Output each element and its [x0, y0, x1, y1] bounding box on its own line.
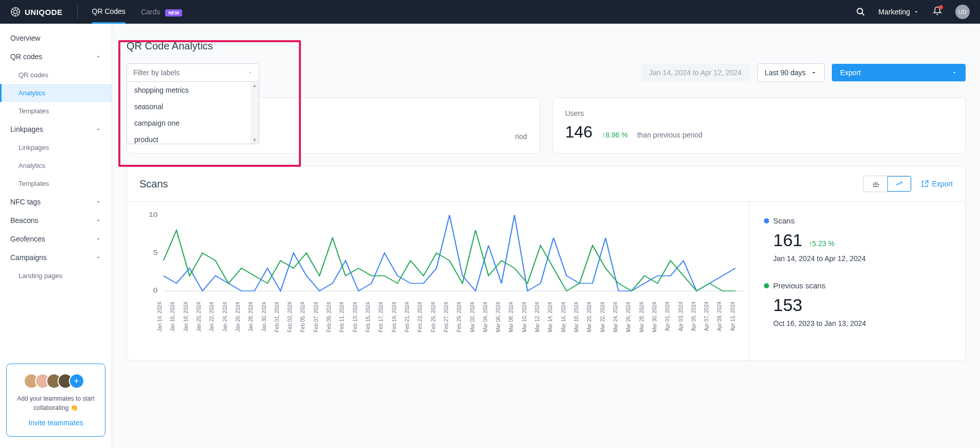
chart-export-button[interactable]: Export [921, 180, 953, 188]
chevron-down-icon [95, 199, 101, 205]
filter-by-labels[interactable]: Filter by labels shopping metricsseasona… [127, 63, 259, 82]
sidebar-item-templates[interactable]: Templates [0, 102, 112, 120]
legend-value: 161 [773, 230, 803, 250]
legend-dot-scans [764, 218, 769, 223]
main-content: QR Code Analytics Filter by labels shopp… [112, 24, 980, 448]
bar-chart-toggle[interactable] [864, 176, 887, 192]
svg-text:5: 5 [153, 249, 158, 256]
new-badge: NEW [165, 9, 182, 16]
brand[interactable]: UNIQODE [10, 7, 63, 17]
caret-down-icon [811, 70, 817, 76]
account-switcher[interactable]: Marketing [879, 8, 919, 16]
caret-down-icon [247, 70, 253, 75]
chart-plot: 0510 Jan 14, 2024Jan 16, 2024Jan 18, 202… [127, 202, 749, 360]
notification-dot [939, 5, 943, 9]
add-teammate-icon[interactable]: + [69, 373, 84, 389]
sidebar-item-beacons[interactable]: Beacons [0, 211, 112, 230]
svg-text:0: 0 [153, 287, 158, 294]
filter-option[interactable]: product [127, 131, 259, 144]
chevron-up-icon [95, 54, 101, 60]
scroll-up-icon[interactable]: ▲ [253, 83, 257, 88]
sidebar-item-qr-codes[interactable]: QR codes [0, 47, 112, 66]
chevron-up-icon [95, 126, 101, 132]
teammates-text: Add your teammates to start collaboratin… [13, 394, 99, 412]
nav-qr-codes[interactable]: QR Codes [92, 1, 126, 24]
bar-chart-icon [871, 180, 880, 188]
chevron-up-icon [95, 254, 101, 261]
sidebar-item-qr-codes-child[interactable]: QR codes [0, 66, 112, 84]
legend-sub: Jan 14, 2024 to Apr 12, 2024 [773, 254, 951, 263]
legend-label: Scans [773, 216, 795, 225]
svg-point-2 [857, 8, 863, 14]
sidebar-item-linkpages-templates[interactable]: Templates [0, 175, 112, 193]
chart-card: Scans Export [127, 166, 966, 361]
brand-name: UNIQODE [25, 8, 63, 16]
brand-logo-icon [10, 7, 21, 17]
svg-point-0 [14, 10, 17, 14]
topbar: UNIQODE QR Codes Cards NEW Marketing UD [0, 0, 980, 24]
stat-delta: ↑8.96 % [602, 131, 628, 139]
legend-delta: ↑5.23 % [809, 239, 835, 248]
topnav: QR Codes Cards NEW [92, 1, 183, 24]
sidebar-item-linkpages-child[interactable]: Linkpages [0, 139, 112, 157]
stat-suffix-fragment: riod [515, 132, 527, 141]
filter-dropdown: shopping metricsseasonalcampaign oneprod… [127, 82, 259, 144]
chart-title: Scans [139, 178, 168, 190]
sidebar-item-nfc[interactable]: NFC tags [0, 193, 112, 211]
sidebar-item-linkpages[interactable]: Linkpages [0, 120, 112, 139]
page-title: QR Code Analytics [127, 40, 966, 52]
legend-sub: Oct 16, 2023 to Jan 13, 2024 [773, 319, 951, 328]
notifications-button[interactable] [933, 6, 942, 18]
filter-option[interactable]: campaign one [127, 115, 259, 131]
teammates-card: + Add your teammates to start collaborat… [6, 364, 105, 437]
sidebar-item-geofences[interactable]: Geofences [0, 230, 112, 248]
nav-cards[interactable]: Cards NEW [141, 1, 182, 23]
sidebar-item-overview[interactable]: Overview [0, 29, 112, 47]
line-chart-toggle[interactable] [887, 176, 911, 192]
filter-option[interactable]: seasonal [127, 98, 259, 115]
stat-value: 146 [565, 123, 593, 142]
stat-label: Users [565, 109, 953, 117]
scroll-down-icon[interactable]: ▼ [253, 137, 257, 143]
chevron-down-icon [95, 217, 101, 223]
legend-label: Previous scans [773, 281, 826, 290]
sidebar-item-analytics[interactable]: Analytics [0, 84, 112, 102]
divider [77, 5, 78, 19]
svg-text:10: 10 [149, 212, 158, 218]
scrollbar[interactable]: ▲ ▼ [251, 82, 259, 144]
legend-value: 153 [773, 295, 951, 315]
filter-option[interactable]: shopping metrics [127, 82, 259, 98]
chart-legend-panel: Scans 161 ↑5.23 % Jan 14, 2024 to Apr 12… [749, 202, 965, 360]
chevron-down-icon [913, 9, 919, 15]
chart-type-toggle [863, 176, 912, 192]
sidebar-item-linkpages-analytics[interactable]: Analytics [0, 157, 112, 175]
legend-dot-prev [764, 283, 769, 288]
export-button[interactable]: Export [832, 64, 966, 81]
line-chart-icon [895, 180, 903, 188]
sidebar-item-campaigns[interactable]: Campaigns [0, 248, 112, 267]
sidebar-item-landing-pages[interactable]: Landing pages [0, 267, 112, 285]
user-avatar[interactable]: UD [955, 5, 970, 19]
export-icon [921, 180, 929, 188]
stat-card-users: Users 146 ↑8.96 % than previous period [553, 97, 966, 153]
search-icon[interactable] [856, 7, 865, 16]
avatar-stack: + [13, 373, 99, 389]
stat-suffix: than previous period [637, 131, 702, 139]
caret-down-icon [951, 70, 957, 76]
date-range-display: Jan 14, 2024 to Apr 12, 2024 [641, 64, 750, 81]
date-range-select[interactable]: Last 90 days [757, 63, 825, 82]
chevron-down-icon [95, 236, 101, 242]
invite-teammates-link[interactable]: Invite teammates [13, 419, 99, 427]
sidebar: Overview QR codes QR codes Analytics Tem… [0, 24, 112, 448]
